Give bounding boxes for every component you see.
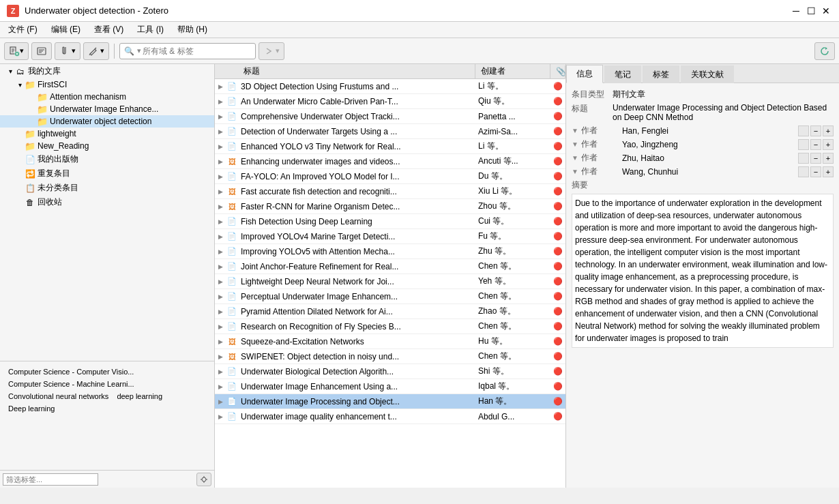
table-row[interactable]: ▶ 📄 Improving YOLOv5 with Attention Mech… [215, 244, 565, 259]
menu-tools[interactable]: 工具 (I) [132, 23, 169, 37]
attention-mechanism-item[interactable]: ▶ 📁 Attention mechanism [0, 91, 214, 103]
table-row[interactable]: ▶ 📄 Fish Detection Using Deep Learning C… [215, 214, 565, 229]
tag-actions-button[interactable] [196, 473, 211, 486]
row-icon-17: 🖼 [226, 338, 238, 346]
table-row[interactable]: ▶ 🖼 Faster R-CNN for Marine Organism Det… [215, 199, 565, 214]
author-1-empty-btn[interactable] [798, 139, 809, 150]
table-row[interactable]: ▶ 🖼 Enhancing underwater images and vide… [215, 154, 565, 169]
author-1-expand[interactable]: ▼ [572, 140, 578, 148]
trash-item[interactable]: ▶ 🗑 回收站 [0, 195, 214, 209]
table-row[interactable]: ▶ 📄 Underwater Biological Detection Algo… [215, 364, 565, 379]
table-row[interactable]: ▶ 📄 Joint Anchor-Feature Refinement for … [215, 259, 565, 274]
author-3-expand[interactable]: ▼ [572, 168, 578, 175]
table-row[interactable]: ▶ 📄 Research on Recognition of Fly Speci… [215, 319, 565, 334]
table-row[interactable]: ▶ 📄 An Underwater Micro Cable-Driven Pan… [215, 94, 565, 109]
search-scope-btn[interactable]: ▾ [137, 46, 141, 55]
tab-info[interactable]: 信息 [566, 65, 603, 83]
author-0-plus-btn[interactable]: + [823, 125, 834, 136]
table-row[interactable]: ▶ 📄 Pyramid Attention Dilated Network fo… [215, 304, 565, 319]
author-2-expand[interactable]: ▼ [572, 154, 578, 162]
author-0-expand[interactable]: ▼ [572, 127, 578, 134]
author-0-minus-btn[interactable]: − [810, 125, 821, 136]
refresh-button[interactable] [814, 42, 835, 60]
new-item-button[interactable]: ▾ [4, 42, 29, 60]
row-icon-20: 📄 [226, 382, 238, 391]
author-3-plus-btn[interactable]: + [823, 166, 834, 177]
row-icon-11: 📄 [226, 247, 238, 256]
table-row[interactable]: ▶ 🖼 Fast accurate fish detection and rec… [215, 184, 565, 199]
menu-view[interactable]: 查看 (V) [89, 23, 129, 37]
table-row[interactable]: ▶ 📄 Enhanced YOLO v3 Tiny Network for Re… [215, 139, 565, 154]
title-label: 标题 [572, 103, 613, 122]
col-header-attach[interactable]: 📎 [550, 65, 565, 78]
pdf-icon: 🔴 [553, 307, 563, 316]
row-creator-20: Iqbal 等。 [475, 381, 550, 392]
tag-cs-vision[interactable]: Computer Science - Computer Visio... [5, 367, 136, 376]
menu-edit[interactable]: 编辑 (E) [46, 23, 86, 37]
author-1-plus-btn[interactable]: + [823, 139, 834, 150]
my-library-item[interactable]: ▾ 🗂 我的文库 [0, 64, 214, 78]
add-by-identifier-button[interactable] [31, 42, 52, 60]
maximize-button[interactable]: ☐ [805, 5, 817, 17]
annotate-button[interactable]: ▾ [83, 42, 109, 60]
table-row[interactable]: ▶ 🖼 SWIPENET: Object detection in noisy … [215, 349, 565, 364]
table-row[interactable]: ▶ 📄 Perceptual Underwater Image Enhancem… [215, 289, 565, 304]
row-creator-9: Cui 等。 [475, 216, 550, 227]
author-2-minus-btn[interactable]: − [810, 153, 821, 164]
item-type-label: 条目类型 [572, 89, 613, 100]
attach-file-button[interactable]: ▾ [55, 42, 80, 60]
nav-forward-button[interactable]: ▾ [259, 42, 284, 60]
table-row[interactable]: ▶ 📄 Improved YOLOv4 Marine Target Detect… [215, 229, 565, 244]
search-input[interactable] [143, 46, 251, 56]
col-header-title[interactable]: 标题 [238, 64, 475, 78]
tab-related[interactable]: 关联文献 [681, 65, 734, 83]
duplicate-items[interactable]: ▶ 🔁 重复条目 [0, 166, 214, 181]
identifier-icon [36, 46, 47, 57]
underwater-detection-item[interactable]: ▶ 📁 Underwater object detection [0, 115, 214, 128]
row-attach-0: 🔴 [550, 82, 565, 91]
table-row[interactable]: ▶ 📄 Underwater Image Enhancement Using a… [215, 379, 565, 394]
author-2-empty-btn[interactable] [798, 153, 809, 164]
table-row[interactable]: ▶ 📄 Comprehensive Underwater Object Trac… [215, 109, 565, 124]
table-row[interactable]: ▶ 📄 Lightweight Deep Neural Network for … [215, 274, 565, 289]
table-row[interactable]: ▶ 📄 Underwater Image Processing and Obje… [215, 394, 565, 409]
lightweight-item[interactable]: ▶ 📁 lightweight [0, 128, 214, 140]
table-row[interactable]: ▶ 📄 3D Object Detection Using Frustums a… [215, 79, 565, 94]
tag-deep-learning-upper[interactable]: Deep learning [5, 404, 58, 413]
pdf-icon: 🔴 [553, 337, 563, 346]
row-icon-13: 📄 [226, 277, 238, 286]
abstract-row: 摘要 Due to the importance of underwater e… [572, 179, 834, 348]
underwater-enhance-item[interactable]: ▶ 📁 Underwater Image Enhance... [0, 103, 214, 115]
pdf-icon: 🔴 [553, 382, 563, 391]
left-panel: ▾ 🗂 我的文库 ▾ 📁 FirstSCI ▶ 📁 Attention mech… [0, 64, 215, 488]
author-1-minus-btn[interactable]: − [810, 139, 821, 150]
col-header-creator[interactable]: 创建者 [475, 64, 550, 78]
search-icon: 🔍 [124, 46, 134, 56]
minimize-button[interactable]: ─ [790, 5, 802, 17]
menu-help[interactable]: 帮助 (H) [172, 23, 213, 37]
tab-tags[interactable]: 标签 [643, 65, 679, 83]
my-publications-item[interactable]: ▶ 📄 我的出版物 [0, 152, 214, 166]
author-3-minus-btn[interactable]: − [810, 166, 821, 177]
tag-deep-learning-lower[interactable]: deep learning [114, 391, 165, 401]
tab-notes[interactable]: 笔记 [604, 65, 641, 83]
table-row[interactable]: ▶ 📄 Underwater image quality enhancement… [215, 409, 565, 424]
row-expand-12: ▶ [215, 263, 226, 270]
close-button[interactable]: ✕ [820, 5, 832, 17]
menu-file[interactable]: 文件 (F) [3, 23, 43, 37]
tag-cs-ml[interactable]: Computer Science - Machine Learni... [5, 379, 137, 389]
table-row[interactable]: ▶ 🖼 Squeeze-and-Excitation Networks Hu 等… [215, 334, 565, 349]
firstsci-group[interactable]: ▾ 📁 FirstSCI [0, 78, 214, 91]
table-row[interactable]: ▶ 📄 FA-YOLO: An Improved YOLO Model for … [215, 169, 565, 184]
unfiled-items[interactable]: ▶ 📋 未分类条目 [0, 181, 214, 195]
library-tree: ▾ 🗂 我的文库 ▾ 📁 FirstSCI ▶ 📁 Attention mech… [0, 64, 214, 361]
new-reading-item[interactable]: ▶ 📁 New_Reading [0, 140, 214, 152]
author-2-plus-btn[interactable]: + [823, 153, 834, 164]
author-3-empty-btn[interactable] [798, 166, 809, 177]
table-row[interactable]: ▶ 📄 Detection of Underwater Targets Usin… [215, 124, 565, 139]
row-attach-7: 🔴 [550, 187, 565, 196]
tag-filter-input[interactable] [3, 473, 98, 486]
tag-cnn[interactable]: Convolutional neural networks [5, 391, 111, 401]
my-library-arrow: ▾ [5, 67, 15, 76]
author-0-empty-btn[interactable] [798, 125, 809, 136]
